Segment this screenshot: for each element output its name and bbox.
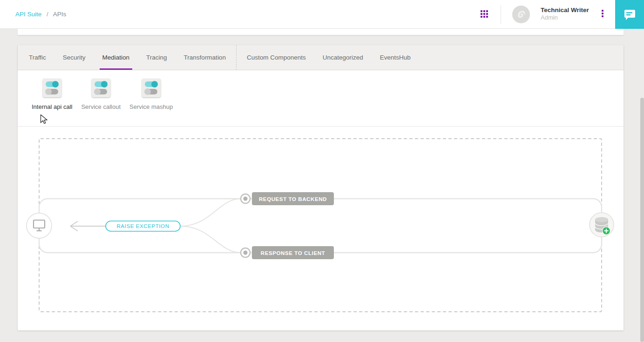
client-endpoint[interactable] (27, 213, 52, 238)
toggles-icon (92, 79, 110, 97)
request-to-backend-label: REQUEST TO BACKEND (252, 192, 334, 205)
tab-uncategorized[interactable]: Uncategorized (314, 45, 372, 70)
header-divider (501, 5, 501, 24)
tab-tracing[interactable]: Tracing (138, 45, 176, 70)
toggles-icon (142, 79, 161, 97)
breadcrumb-link-api-suite[interactable]: API Suite (15, 11, 41, 18)
avatar[interactable] (512, 6, 530, 23)
mediator-palette: Internal api call Service callout Servic… (18, 70, 624, 127)
app-header: API Suite / APIs Technical Writer Admin (0, 0, 644, 29)
apps-grid-icon[interactable] (481, 10, 488, 18)
tab-traffic[interactable]: Traffic (20, 45, 54, 70)
palette-item-internal-api-call[interactable]: Internal api call (32, 79, 72, 110)
palette-item-service-mashup[interactable]: Service mashup (129, 79, 173, 110)
response-lane-node[interactable] (241, 248, 250, 257)
breadcrumb-separator: / (47, 11, 48, 18)
tab-mediation[interactable]: Mediation (94, 45, 138, 70)
breadcrumb-current-apis: APIs (53, 11, 67, 18)
palette-item-label: Service callout (81, 103, 121, 110)
scrolled-card-remnant (18, 29, 624, 35)
svg-text:REQUEST TO BACKEND: REQUEST TO BACKEND (259, 196, 327, 202)
svg-text:RESPONSE TO CLIENT: RESPONSE TO CLIENT (261, 250, 325, 256)
palette-item-label: Internal api call (32, 103, 72, 110)
tab-transformation[interactable]: Transformation (176, 45, 234, 70)
chat-button[interactable] (615, 0, 644, 29)
kebab-menu-icon[interactable] (599, 10, 606, 19)
chat-icon (623, 7, 637, 21)
mediation-flow-canvas[interactable]: REQUEST TO BACKEND RESPONSE TO CLIENT RA… (18, 127, 624, 330)
user-name: Technical Writer (541, 7, 589, 13)
tab-custom-components[interactable]: Custom Components (238, 45, 314, 70)
raise-exception-pill[interactable]: RAISE EXCEPTION (106, 221, 180, 231)
exception-fork-top (180, 199, 241, 226)
exception-arrow-to-client (70, 221, 106, 231)
scrollbar[interactable] (640, 98, 644, 342)
avatar-logo-icon (512, 6, 530, 23)
request-lane-node[interactable] (241, 194, 250, 203)
backend-endpoint[interactable] (590, 213, 614, 237)
exception-fork-bottom (180, 226, 241, 253)
toggles-icon (43, 79, 61, 97)
mediation-card: Traffic Security Mediation Tracing Trans… (18, 45, 624, 330)
tab-bar: Traffic Security Mediation Tracing Trans… (18, 45, 624, 70)
svg-text:RAISE EXCEPTION: RAISE EXCEPTION (116, 223, 169, 229)
palette-item-service-callout[interactable]: Service callout (81, 79, 121, 110)
breadcrumb: API Suite / APIs (15, 11, 66, 18)
add-badge-icon (603, 227, 610, 235)
user-role: Admin (541, 14, 558, 21)
tab-eventshub[interactable]: EventsHub (372, 45, 419, 70)
tab-group-divider (236, 45, 237, 70)
tab-security[interactable]: Security (54, 45, 94, 70)
palette-item-label: Service mashup (129, 103, 173, 110)
response-to-client-label: RESPONSE TO CLIENT (252, 246, 334, 259)
